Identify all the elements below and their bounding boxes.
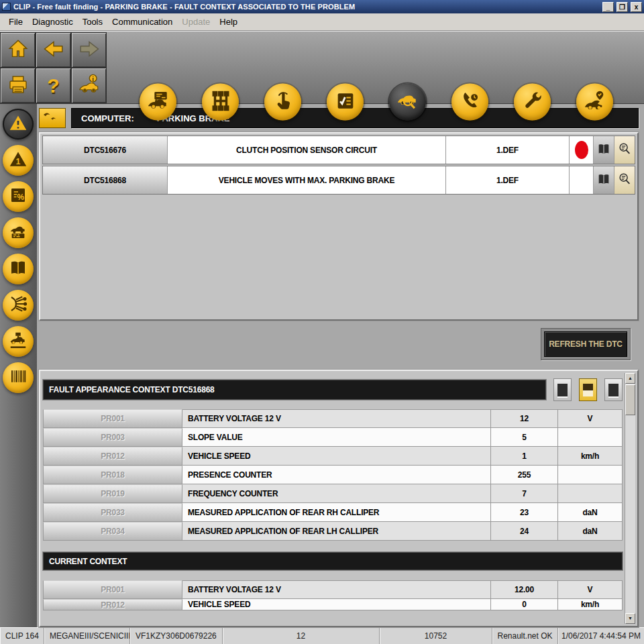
vehicle-test-button[interactable] [140, 84, 176, 121]
view-full-button[interactable] [604, 378, 623, 401]
parameter-value: 24 [491, 522, 558, 541]
parameter-unit: V [558, 409, 623, 428]
status-field: MEGANEIII/SCENICIII [44, 628, 130, 644]
sidebar-vehicle-lift-button[interactable] [3, 326, 34, 357]
parameter-description: BATTERY VOLTAGE 12 V [182, 580, 491, 599]
dtc-indicator-cell [570, 136, 594, 164]
forward-arrow-icon [78, 38, 101, 63]
parameter-unit [558, 428, 623, 447]
minimize-button[interactable]: _ [602, 2, 614, 12]
phone-assistance-button[interactable] [451, 84, 488, 121]
road-test-button[interactable] [576, 84, 613, 121]
parameter-row[interactable]: PR018 PRESENCE COUNTER 255 [43, 466, 623, 484]
back-arrow-icon [42, 38, 65, 63]
parameter-row[interactable]: PR003 SLOPE VALUE 5 [43, 428, 623, 447]
dtc-doc-button[interactable] [594, 166, 614, 194]
parameter-row[interactable]: PR033 MEASURED APPLICATION OF REAR RH CA… [43, 503, 623, 522]
parameter-description: BATTERY VOLTAGE 12 V [182, 409, 491, 428]
fault-active-indicator [575, 141, 588, 159]
fault-context-table: PR001 BATTERY VOLTAGE 12 V 12 V PR003 SL… [43, 409, 623, 541]
main-content: COMPUTER: PARKING BRAKE DTC516676 CLUTCH… [37, 104, 644, 627]
fault-count-triangle-icon: 1 [8, 149, 28, 172]
parameter-row[interactable]: PR012 VEHICLE SPEED 1 km/h [43, 447, 623, 466]
magnifier-doc-icon [617, 172, 632, 189]
back-button[interactable] [36, 32, 71, 68]
dtc-description: CLUTCH POSITION SENSOR CIRCUIT [168, 136, 446, 164]
help-button[interactable]: ? [36, 68, 71, 103]
dtc-detail-button[interactable] [614, 136, 635, 164]
vehicle-test-icon [147, 89, 170, 115]
refresh-button-frame: REFRESH THE DTC [541, 328, 631, 360]
parameter-value: 0 [491, 599, 558, 610]
book-icon [596, 142, 611, 158]
sidebar-fault-alert-button[interactable] [3, 109, 34, 140]
dtc-row[interactable]: DTC516868 VEHICLE MOVES WITH MAX. PARKIN… [42, 166, 635, 195]
parameter-row[interactable]: PR001 BATTERY VOLTAGE 12 V 12.00 V [43, 580, 623, 599]
menu-item[interactable]: File [5, 15, 29, 29]
road-test-icon [584, 89, 606, 115]
parameter-code: PR001 [43, 580, 182, 599]
fault-context-header-row: FAULT APPEARANCE CONTEXT DTC516868 [43, 378, 623, 401]
gearbox-button[interactable] [202, 84, 239, 121]
dtc-doc-button[interactable] [594, 136, 614, 164]
parameter-code: PR003 [43, 428, 182, 447]
parameter-unit [558, 484, 623, 503]
svg-text:%: % [17, 193, 24, 202]
fault-finding-icon [396, 89, 419, 115]
magnifier-doc-icon [617, 142, 632, 158]
bird-button[interactable] [39, 108, 66, 128]
refresh-dtc-button[interactable]: REFRESH THE DTC [544, 331, 627, 357]
dtc-detail-button[interactable] [614, 166, 635, 194]
parameter-value: 12.00 [491, 580, 558, 599]
parameter-row[interactable]: PR012 VEHICLE SPEED 0 km/h [43, 599, 623, 610]
status-bar: CLIP 164 MEGANEIII/SCENICIII VF1KZY306D0… [0, 627, 644, 644]
sidebar-barcode-button[interactable] [3, 362, 34, 393]
menu-item[interactable]: Update [178, 15, 216, 29]
parameter-row[interactable]: PR034 MEASURED APPLICATION OF REAR LH CA… [43, 522, 623, 541]
parameter-unit: daN [558, 503, 623, 522]
print-button[interactable] [0, 68, 36, 103]
context-scrollbar[interactable]: ▲ ▼ [625, 373, 635, 624]
vehicle-lift-icon [8, 330, 28, 353]
home-button[interactable] [0, 32, 36, 68]
close-button[interactable]: x [631, 2, 642, 12]
menu-item[interactable]: Communication [109, 15, 178, 29]
manual-commands-button[interactable] [264, 84, 301, 121]
parameter-description: VEHICLE SPEED [182, 599, 491, 610]
parameter-description: MEASURED APPLICATION OF REAR LH CALLIPER [182, 522, 491, 541]
document-percent-icon: % [8, 185, 28, 208]
parameter-code: PR012 [43, 447, 182, 466]
menu-item[interactable]: Tools [79, 15, 109, 29]
restore-button[interactable]: ❐ [616, 2, 628, 12]
menu-item[interactable]: Diagnostic [29, 15, 79, 29]
scrollbar-thumb[interactable] [625, 384, 635, 415]
repair-button[interactable] [514, 84, 551, 121]
parameter-row[interactable]: PR019 FREQUENCY COUNTER 7 [43, 484, 623, 503]
barcode-icon [8, 366, 28, 389]
fault-finding-button[interactable] [389, 84, 426, 121]
sidebar-vehicle-data-button[interactable] [3, 217, 34, 248]
dtc-description: VEHICLE MOVES WITH MAX. PARKING BRAKE [168, 166, 446, 194]
view-single-button[interactable] [553, 378, 572, 401]
toolbar: ? i [0, 31, 644, 104]
view-split-button[interactable] [579, 378, 597, 401]
parameter-code: PR034 [43, 522, 182, 541]
forward-button [71, 32, 107, 68]
menu-item[interactable]: Help [216, 15, 244, 29]
wrench-icon [521, 89, 544, 115]
vehicle-info-button[interactable]: i [71, 68, 107, 103]
parameter-row[interactable]: PR001 BATTERY VOLTAGE 12 V 12 V [43, 409, 623, 428]
sidebar-report-percent-button[interactable]: % [3, 181, 34, 212]
view-single-icon [557, 384, 568, 396]
dtc-row[interactable]: DTC516676 CLUTCH POSITION SENSOR CIRCUIT… [42, 136, 635, 164]
scroll-up-arrow[interactable]: ▲ [625, 373, 635, 384]
menu-bar: File Diagnostic Tools Communication Upda… [0, 13, 644, 31]
checklist-button[interactable] [327, 84, 364, 121]
dtc-status: 1.DEF [446, 166, 570, 194]
sidebar-wiring-harness-button[interactable] [3, 290, 34, 321]
view-full-icon [608, 384, 619, 396]
sidebar-documentation-button[interactable] [3, 254, 34, 284]
parameter-code: PR018 [43, 466, 182, 484]
scroll-down-arrow[interactable]: ▼ [625, 613, 635, 624]
sidebar-fault-count-button[interactable]: 1 [3, 145, 34, 176]
